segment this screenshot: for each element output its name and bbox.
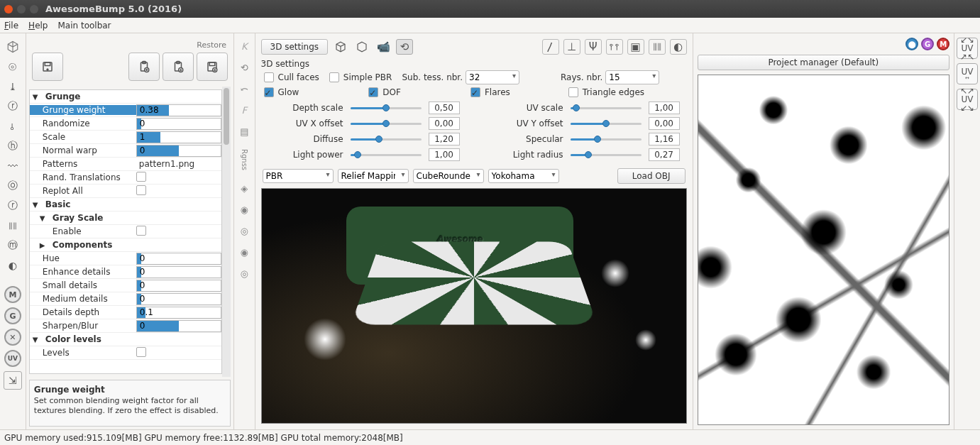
section-grunge[interactable]: Grunge: [45, 92, 81, 101]
chk-levels[interactable]: [136, 347, 146, 357]
input-enhance-details[interactable]: 0: [136, 266, 221, 278]
vt-brush-icon[interactable]: ⟲: [236, 59, 253, 76]
chk-enable[interactable]: [136, 226, 146, 236]
num-specular[interactable]: 1,16: [649, 133, 680, 145]
num-depth-scale[interactable]: 0,50: [429, 101, 460, 114]
material-dot-button[interactable]: M: [937, 38, 949, 50]
sld-depth-scale[interactable]: [351, 103, 422, 113]
sld-uvy[interactable]: [571, 119, 642, 128]
input-randomize[interactable]: 0: [136, 118, 221, 130]
row-enhance-details[interactable]: Enhance details: [30, 267, 136, 277]
vt-layers-icon[interactable]: ▤: [236, 123, 253, 140]
vt-circ1-icon[interactable]: ◉: [236, 201, 253, 218]
cube-icon[interactable]: [4, 39, 22, 55]
o-letter-icon[interactable]: ⓞ: [4, 178, 22, 194]
chart-icon[interactable]: ⫯⫯: [606, 39, 623, 55]
input-hue[interactable]: 0: [136, 253, 221, 265]
chk-dof[interactable]: ✓: [368, 87, 378, 97]
row-rand-translations[interactable]: Rand. Translations: [30, 172, 136, 182]
target-icon[interactable]: ⟲: [396, 39, 413, 55]
num-uvy[interactable]: 0,00: [649, 117, 680, 130]
trident-icon[interactable]: Ψ: [585, 39, 602, 55]
uv-out-button[interactable]: ↖↗UV↙↘: [957, 89, 978, 110]
bars-icon[interactable]: ⦀⦀: [4, 218, 22, 234]
section-color-levels[interactable]: Color levels: [45, 334, 101, 344]
cube-solid-icon[interactable]: [353, 39, 370, 55]
input-scale[interactable]: 1: [136, 131, 221, 143]
input-small-details[interactable]: 0: [136, 280, 221, 292]
row-sharpen-blur[interactable]: Sharpen/Blur: [30, 321, 136, 331]
window-maximize-button[interactable]: [30, 5, 38, 13]
value-patterns[interactable]: pattern1.png: [136, 159, 221, 169]
uv-in-button[interactable]: ↙↘UV↗↖: [957, 38, 978, 59]
clipboard-plus-button[interactable]: [128, 53, 160, 81]
arrows-icon[interactable]: ⇲: [4, 371, 22, 390]
property-tree[interactable]: ▼Grunge Grunge weight0.38 Randomize0 Sca…: [29, 89, 222, 374]
row-replot-all[interactable]: Replot All: [30, 186, 136, 196]
input-sharpen-blur[interactable]: 0: [136, 320, 221, 332]
row-levels[interactable]: Levels: [30, 348, 136, 358]
menu-main-toolbar[interactable]: Main toolbar: [57, 21, 111, 31]
window-close-button[interactable]: [4, 5, 13, 13]
vt-circ3-icon[interactable]: ◉: [236, 243, 253, 260]
sel-mapping[interactable]: Relief Mapping: [338, 169, 409, 183]
section-components[interactable]: Components: [53, 240, 113, 250]
sel-shading[interactable]: PBR: [263, 169, 334, 183]
chk-triangle-edges[interactable]: [568, 87, 578, 97]
row-medium-details[interactable]: Medium details: [30, 294, 136, 304]
vt-circ4-icon[interactable]: ◎: [236, 265, 253, 282]
sphere-icon[interactable]: ◐: [4, 258, 22, 273]
window-minimize-button[interactable]: [17, 5, 26, 13]
chk-glow[interactable]: ✓: [264, 87, 274, 97]
num-uv-scale[interactable]: 1,00: [649, 101, 680, 114]
x-circle-button[interactable]: ✕: [4, 329, 21, 346]
video-icon[interactable]: ▣: [627, 39, 644, 55]
row-scale[interactable]: Scale: [30, 132, 136, 142]
section-basic[interactable]: Basic: [45, 199, 71, 209]
perp-icon[interactable]: ⊥: [563, 39, 580, 55]
grunge-dot-button[interactable]: G: [921, 38, 934, 50]
chk-simple-pbr[interactable]: [329, 72, 339, 82]
save-down-button[interactable]: [197, 53, 228, 81]
restore-button[interactable]: Restore: [197, 40, 226, 50]
menu-file[interactable]: File: [4, 21, 18, 31]
vt-k[interactable]: K: [236, 38, 253, 55]
row-hue[interactable]: Hue: [30, 253, 136, 263]
save-up-button[interactable]: [32, 53, 63, 81]
3d-settings-button[interactable]: 3D settings: [261, 39, 329, 55]
num-light-power[interactable]: 1,00: [429, 148, 460, 161]
chk-cull-faces[interactable]: [264, 72, 274, 82]
menu-help[interactable]: Help: [28, 21, 48, 31]
tree-scrollbar[interactable]: [222, 87, 231, 377]
wave-icon[interactable]: 〰: [4, 158, 22, 174]
row-small-details[interactable]: Small details: [30, 280, 136, 290]
vt-rgnss[interactable]: Rgnss: [236, 144, 253, 175]
row-enable[interactable]: Enable: [30, 226, 136, 236]
r-letter-icon[interactable]: ⓡ: [4, 99, 22, 114]
row-normal-warp[interactable]: Normal warp: [30, 145, 136, 155]
uv-button[interactable]: UV↔: [957, 63, 978, 84]
row-randomize[interactable]: Randomize: [30, 119, 136, 128]
sld-light-power[interactable]: [351, 150, 422, 160]
sel-sub-tess[interactable]: 32: [466, 70, 519, 84]
d-letter-icon[interactable]: ⦾: [4, 59, 22, 75]
r2-letter-icon[interactable]: ⓡ: [4, 198, 22, 214]
input-medium-details[interactable]: 0: [136, 293, 221, 305]
m-letter-icon[interactable]: ⓜ: [4, 238, 22, 253]
vt-circ2-icon[interactable]: ◎: [236, 222, 253, 239]
vt-diamond-icon[interactable]: ◈: [236, 180, 253, 197]
chk-flares[interactable]: ✓: [470, 87, 480, 97]
project-manager-button[interactable]: Project manager (Default): [698, 55, 950, 70]
vt-arrow-icon[interactable]: ⤺: [236, 80, 253, 97]
uv-circle-button[interactable]: UV: [4, 350, 21, 367]
line-icon[interactable]: 〳: [542, 39, 559, 55]
input-details-depth[interactable]: 0.1: [136, 307, 221, 319]
ball-icon[interactable]: ◐: [670, 39, 687, 55]
sel-shape[interactable]: CubeRounded: [413, 169, 484, 183]
num-light-radius[interactable]: 0,27: [649, 148, 680, 161]
row-details-depth[interactable]: Details depth: [30, 307, 136, 317]
cube-wire-icon[interactable]: [332, 39, 349, 55]
row-grunge-weight[interactable]: Grunge weight: [30, 105, 136, 115]
colormap-dot-button[interactable]: ⬤: [905, 38, 918, 50]
down-arrow-icon[interactable]: ⤓: [4, 79, 22, 94]
